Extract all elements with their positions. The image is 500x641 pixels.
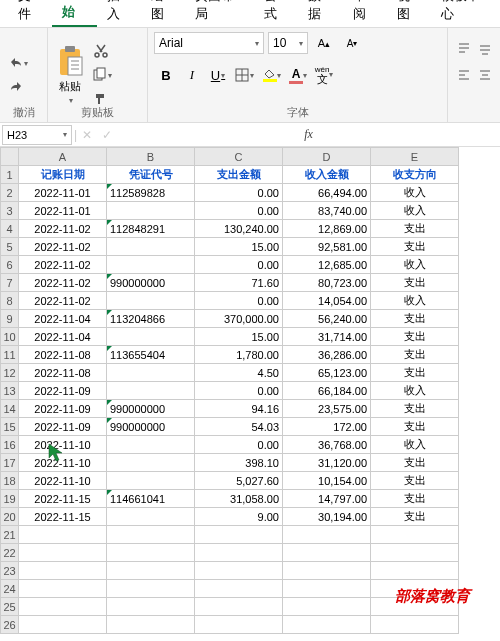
cell[interactable]: 172.00	[283, 418, 371, 436]
cell[interactable]	[107, 472, 195, 490]
bold-button[interactable]: B	[154, 64, 178, 86]
tab-5[interactable]: 公式	[254, 0, 298, 27]
cell[interactable]	[107, 598, 195, 616]
row-header-21[interactable]: 21	[1, 526, 19, 544]
cell[interactable]: 12,869.00	[283, 220, 371, 238]
cell[interactable]	[195, 616, 283, 634]
row-header-6[interactable]: 6	[1, 256, 19, 274]
cell[interactable]: 支出	[371, 418, 459, 436]
cell[interactable]: 2022-11-04	[19, 310, 107, 328]
cell[interactable]	[283, 580, 371, 598]
row-header-5[interactable]: 5	[1, 238, 19, 256]
cell[interactable]	[283, 598, 371, 616]
cell[interactable]	[19, 526, 107, 544]
cell[interactable]	[283, 526, 371, 544]
cell[interactable]: 支出	[371, 508, 459, 526]
cell[interactable]	[195, 580, 283, 598]
tab-9[interactable]: 模板中心	[431, 0, 500, 27]
cancel-formula-button[interactable]: ✕	[77, 128, 97, 142]
cell[interactable]	[107, 382, 195, 400]
cell[interactable]: 2022-11-02	[19, 256, 107, 274]
header-cell[interactable]: 记账日期	[19, 166, 107, 184]
fill-color-button[interactable]: ▾	[258, 64, 282, 86]
decrease-font-button[interactable]: A▾	[340, 32, 364, 54]
cell[interactable]: 收入	[371, 256, 459, 274]
cell[interactable]: 65,123.00	[283, 364, 371, 382]
row-header-17[interactable]: 17	[1, 454, 19, 472]
header-cell[interactable]: 收入金额	[283, 166, 371, 184]
cell[interactable]	[107, 256, 195, 274]
cell[interactable]	[371, 562, 459, 580]
cell[interactable]: 113655404	[107, 346, 195, 364]
cell[interactable]: 2022-11-04	[19, 328, 107, 346]
cell[interactable]	[283, 616, 371, 634]
cell[interactable]: 66,494.00	[283, 184, 371, 202]
cell[interactable]: 31,714.00	[283, 328, 371, 346]
cell[interactable]: 56,240.00	[283, 310, 371, 328]
tab-0[interactable]: 文件	[8, 0, 52, 27]
cell[interactable]: 支出	[371, 472, 459, 490]
cell[interactable]: 12,685.00	[283, 256, 371, 274]
cell[interactable]	[19, 544, 107, 562]
row-header-4[interactable]: 4	[1, 220, 19, 238]
cell[interactable]: 2022-11-09	[19, 418, 107, 436]
cell[interactable]: 2022-11-02	[19, 292, 107, 310]
cell[interactable]	[371, 544, 459, 562]
cell[interactable]: 支出	[371, 328, 459, 346]
cell[interactable]	[107, 580, 195, 598]
cell[interactable]: 92,581.00	[283, 238, 371, 256]
cell[interactable]: 2022-11-01	[19, 202, 107, 220]
cell[interactable]: 支出	[371, 400, 459, 418]
cell[interactable]	[283, 544, 371, 562]
row-header-16[interactable]: 16	[1, 436, 19, 454]
row-header-2[interactable]: 2	[1, 184, 19, 202]
cell[interactable]: 0.00	[195, 202, 283, 220]
cell[interactable]: 83,740.00	[283, 202, 371, 220]
cell[interactable]: 2022-11-02	[19, 274, 107, 292]
cell[interactable]: 2022-11-09	[19, 400, 107, 418]
row-header-18[interactable]: 18	[1, 472, 19, 490]
row-header-14[interactable]: 14	[1, 400, 19, 418]
cell[interactable]: 支出	[371, 346, 459, 364]
cell[interactable]	[19, 598, 107, 616]
cell[interactable]	[107, 202, 195, 220]
row-header-12[interactable]: 12	[1, 364, 19, 382]
cell[interactable]	[19, 580, 107, 598]
tab-7[interactable]: 审阅	[343, 0, 387, 27]
cell[interactable]: 2022-11-10	[19, 472, 107, 490]
cell[interactable]	[107, 328, 195, 346]
cell[interactable]: 370,000.00	[195, 310, 283, 328]
font-name-select[interactable]: Arial▾	[154, 32, 264, 54]
cell[interactable]: 2022-11-15	[19, 490, 107, 508]
col-header-E[interactable]: E	[371, 148, 459, 166]
cell[interactable]: 15.00	[195, 328, 283, 346]
tab-6[interactable]: 数据	[298, 0, 342, 27]
cell[interactable]: 2022-11-01	[19, 184, 107, 202]
cell[interactable]: 支出	[371, 454, 459, 472]
cell[interactable]: 0.00	[195, 256, 283, 274]
cell[interactable]: 支出	[371, 364, 459, 382]
cell[interactable]: 10,154.00	[283, 472, 371, 490]
copy-button[interactable]: ▾	[90, 64, 112, 86]
tab-2[interactable]: 插入	[97, 0, 141, 27]
cell[interactable]: 94.16	[195, 400, 283, 418]
cell[interactable]: 36,768.00	[283, 436, 371, 454]
align-left-button[interactable]	[454, 64, 473, 86]
cell[interactable]	[107, 238, 195, 256]
cell[interactable]: 支出	[371, 490, 459, 508]
cell[interactable]	[195, 544, 283, 562]
tab-1[interactable]: 开始	[52, 0, 96, 27]
row-header-22[interactable]: 22	[1, 544, 19, 562]
cell[interactable]: 14,054.00	[283, 292, 371, 310]
row-header-26[interactable]: 26	[1, 616, 19, 634]
cell[interactable]	[107, 526, 195, 544]
cell[interactable]	[107, 544, 195, 562]
cell[interactable]	[283, 562, 371, 580]
paste-button[interactable]: 粘贴 ▾	[54, 43, 86, 107]
cell[interactable]: 31,120.00	[283, 454, 371, 472]
cell[interactable]: 1,780.00	[195, 346, 283, 364]
cell[interactable]: 130,240.00	[195, 220, 283, 238]
cell[interactable]: 2022-11-02	[19, 238, 107, 256]
phonetic-button[interactable]: wén文▾	[310, 64, 334, 86]
col-header-C[interactable]: C	[195, 148, 283, 166]
